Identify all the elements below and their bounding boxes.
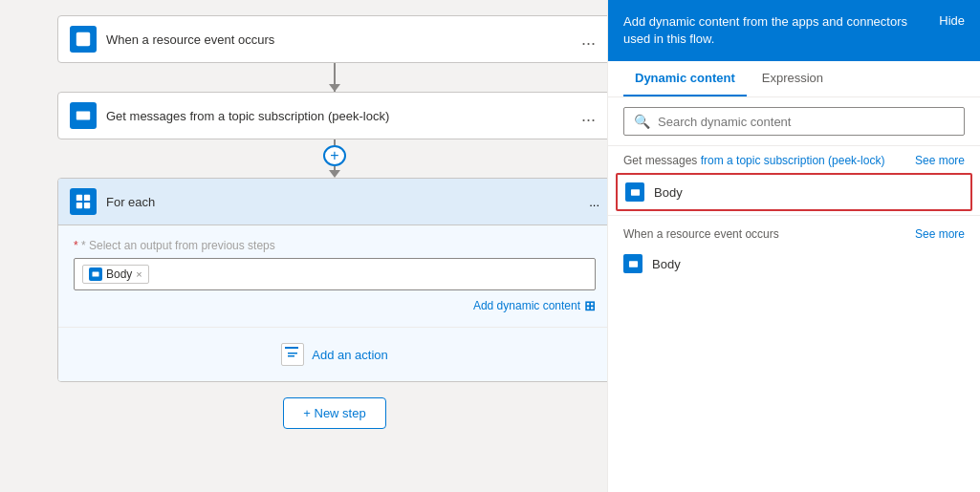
- foreach-menu[interactable]: ...: [589, 195, 599, 209]
- panel-content: Get messages from a topic subscription (…: [608, 146, 980, 492]
- search-box: 🔍: [623, 107, 965, 136]
- svg-rect-5: [84, 203, 90, 208]
- connector1-arrow: [329, 84, 340, 92]
- step1-icon: [70, 26, 97, 53]
- foreach-header[interactable]: For each ...: [58, 179, 607, 225]
- add-action-button[interactable]: Add an action: [281, 343, 388, 366]
- svg-rect-7: [288, 353, 297, 354]
- section-peek-lock-header: Get messages from a topic subscription (…: [608, 146, 980, 173]
- svg-rect-1: [76, 112, 90, 120]
- dynamic-panel-header: Add dynamic content from the apps and co…: [608, 0, 980, 61]
- svg-rect-11: [628, 261, 637, 267]
- step1-title: When a resource event occurs: [106, 32, 577, 47]
- step2-menu[interactable]: ...: [577, 106, 599, 126]
- dynamic-header-text: Add dynamic content from the apps and co…: [623, 13, 939, 48]
- dynamic-content-link-text[interactable]: Add dynamic content: [473, 299, 580, 312]
- flow-canvas: When a resource event occurs ... Get mes…: [0, 0, 607, 492]
- section-peek-lock-title: Get messages from a topic subscription (…: [623, 154, 884, 167]
- dynamic-content-plus-icon: ⊞: [584, 298, 596, 313]
- svg-rect-2: [76, 195, 82, 201]
- step2-icon: [70, 102, 97, 129]
- token-input[interactable]: Body ×: [74, 258, 596, 290]
- tab-dynamic-content[interactable]: Dynamic content: [623, 61, 747, 96]
- body-item-resource-event-icon: [623, 254, 642, 273]
- foreach-body: * * Select an output from previous steps…: [58, 225, 607, 327]
- body-item-peek-lock[interactable]: Body: [616, 173, 972, 211]
- section-get-messages-text: Get messages: [623, 154, 701, 167]
- svg-rect-4: [76, 203, 82, 208]
- connector1: [57, 63, 607, 92]
- svg-rect-0: [76, 32, 90, 46]
- search-input[interactable]: [658, 115, 954, 129]
- hide-link[interactable]: Hide: [939, 13, 965, 28]
- body-token[interactable]: Body ×: [82, 265, 149, 284]
- dynamic-panel: Add dynamic content from the apps and co…: [607, 0, 980, 492]
- step1-menu[interactable]: ...: [577, 30, 599, 50]
- body-token-label: Body: [106, 267, 132, 281]
- section-divider: [608, 215, 980, 216]
- svg-rect-3: [84, 195, 90, 201]
- add-action-area: Add an action: [58, 327, 607, 381]
- body-item-peek-lock-label: Body: [654, 185, 683, 200]
- section-resource-event-header: When a resource event occurs See more: [608, 220, 980, 246]
- step2-title: Get messages from a topic subscription (…: [106, 109, 577, 123]
- plus-arrow: [329, 170, 340, 178]
- add-action-label: Add an action: [312, 348, 388, 362]
- section-from-topic-link[interactable]: from a topic subscription (peek-lock): [701, 154, 885, 167]
- new-step-label: + New step: [303, 406, 365, 420]
- body-item-resource-event[interactable]: Body: [608, 246, 980, 281]
- body-token-icon: [89, 267, 102, 281]
- section-resource-event-title: When a resource event occurs: [623, 227, 779, 241]
- field-label: * * Select an output from previous steps: [74, 239, 596, 252]
- step2-card[interactable]: Get messages from a topic subscription (…: [57, 92, 607, 139]
- svg-rect-9: [285, 347, 298, 349]
- svg-rect-8: [288, 355, 294, 357]
- svg-rect-10: [630, 189, 639, 196]
- panel-tabs: Dynamic content Expression: [608, 61, 980, 97]
- step1-card[interactable]: When a resource event occurs ...: [57, 15, 607, 63]
- new-step-button[interactable]: + New step: [283, 397, 385, 429]
- search-icon: 🔍: [634, 114, 650, 129]
- section-resource-event-see-more[interactable]: See more: [915, 227, 965, 241]
- foreach-icon: [70, 188, 97, 215]
- foreach-title: For each: [106, 195, 589, 209]
- add-action-icon: [281, 343, 304, 366]
- tab-expression[interactable]: Expression: [751, 61, 835, 96]
- section-peek-lock-see-more[interactable]: See more: [915, 154, 965, 167]
- body-item-resource-event-label: Body: [652, 257, 681, 271]
- foreach-container: For each ... * * Select an output from p…: [57, 178, 607, 382]
- new-step-area: + New step: [57, 397, 607, 429]
- body-item-peek-lock-icon: [625, 182, 644, 202]
- body-token-close[interactable]: ×: [136, 268, 142, 280]
- svg-rect-6: [93, 272, 99, 277]
- plus-connector: +: [57, 139, 607, 178]
- dynamic-content-link: Add dynamic content ⊞: [74, 298, 596, 313]
- required-star: *: [74, 239, 78, 252]
- plus-button[interactable]: +: [323, 145, 346, 166]
- panel-search: 🔍: [608, 97, 980, 146]
